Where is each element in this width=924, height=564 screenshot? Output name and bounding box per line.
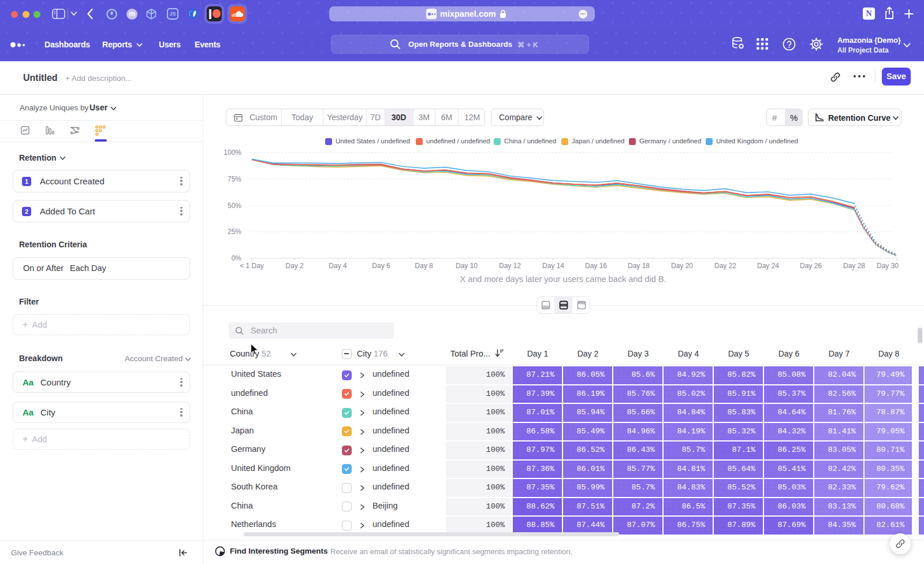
svg-text:Day 6: Day 6 bbox=[372, 262, 390, 270]
svg-text:Day 10: Day 10 bbox=[456, 262, 478, 270]
svg-text:0%: 0% bbox=[232, 254, 242, 262]
svg-text:Day 14: Day 14 bbox=[542, 262, 564, 270]
svg-text:Day 22: Day 22 bbox=[714, 262, 736, 270]
svg-text:< 1 Day: < 1 Day bbox=[240, 262, 264, 270]
svg-text:Day 20: Day 20 bbox=[671, 262, 693, 270]
svg-text:Day 30: Day 30 bbox=[877, 262, 899, 270]
svg-text:Day 2: Day 2 bbox=[285, 262, 304, 270]
svg-text:Day 28: Day 28 bbox=[843, 262, 865, 270]
svg-text:Day 8: Day 8 bbox=[415, 262, 433, 270]
svg-text:100%: 100% bbox=[223, 149, 241, 157]
svg-text:Day 26: Day 26 bbox=[800, 262, 822, 270]
svg-text:Day 24: Day 24 bbox=[757, 262, 779, 270]
svg-text:X and more days later your use: X and more days later your users came ba… bbox=[460, 274, 666, 284]
svg-text:25%: 25% bbox=[228, 228, 241, 236]
svg-text:Day 16: Day 16 bbox=[585, 262, 607, 270]
svg-text:50%: 50% bbox=[228, 202, 241, 210]
svg-text:Day 18: Day 18 bbox=[628, 262, 650, 270]
svg-text:Day 12: Day 12 bbox=[499, 262, 521, 270]
svg-text:75%: 75% bbox=[228, 175, 241, 183]
svg-text:Day 4: Day 4 bbox=[329, 262, 347, 270]
